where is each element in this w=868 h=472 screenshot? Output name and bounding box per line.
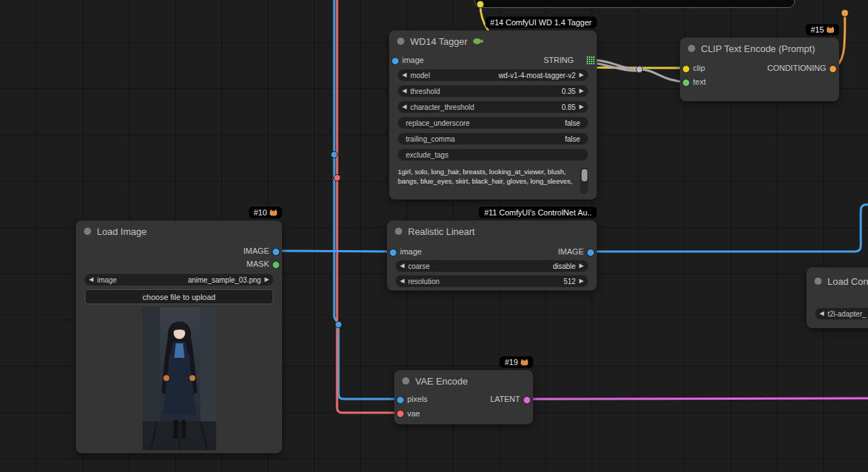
choose-file-button[interactable]: choose file to upload [85, 289, 273, 304]
widget-replace-underscore[interactable]: replace_underscore false [398, 117, 588, 129]
wire-lineart-out [596, 205, 868, 252]
arrow-left-icon[interactable]: ◀ [400, 263, 404, 269]
input-slot-image[interactable] [389, 249, 397, 257]
node-header[interactable]: VAE Encode [394, 370, 533, 392]
node-badge: #15 [806, 24, 839, 35]
collapse-dot-icon[interactable] [814, 278, 822, 285]
node-realistic-lineart[interactable]: #11 ComfyUI's ControlNet Au.. Realistic … [387, 220, 597, 291]
node-title: Load Image [97, 226, 147, 237]
node-title: VAE Encode [415, 376, 468, 387]
node-badge: #10 [249, 207, 282, 218]
widget-trailing-comma[interactable]: trailing_comma false [398, 133, 588, 145]
widget-value: 0.85 [558, 103, 579, 111]
widget-exclude-tags[interactable]: exclude_tags [398, 149, 588, 160]
node-header[interactable]: Load Cont [807, 267, 868, 292]
node-clip-text-encode[interactable]: #15 CLIP Text Encode (Prompt) clip CONDI… [680, 38, 839, 101]
output-slot-mask[interactable] [272, 261, 280, 269]
node-title: Load Cont [827, 276, 868, 287]
widget-value: wd-v1-4-moat-tagger-v2 [495, 72, 579, 80]
port-row: MASK [76, 257, 282, 270]
node-title: CLIP Text Encode (Prompt) [701, 43, 815, 54]
input-label: clip [693, 64, 705, 72]
widget-model[interactable]: ◀ model wd-v1-4-moat-tagger-v2 ▶ [398, 69, 588, 81]
cat-icon [827, 27, 834, 33]
arrow-left-icon[interactable]: ◀ [402, 72, 407, 78]
node-wd14-tagger[interactable]: #14 ComfyUI WD 1.4 Tagger WD14 Tagger im… [389, 30, 597, 199]
badge-text: #14 ComfyUI WD 1.4 Tagger [490, 18, 592, 27]
string-grid-output-icon[interactable] [587, 56, 595, 64]
widget-value: disable [549, 262, 579, 270]
tags-text: 1girl, solo, long_hair, breasts, looking… [398, 168, 572, 185]
arrow-right-icon[interactable]: ▶ [579, 104, 584, 110]
offscreen-node-bottom[interactable] [475, 0, 795, 8]
widget-value: t2i-adapter_ [827, 310, 866, 318]
scrollbar[interactable] [580, 168, 588, 194]
collapse-dot-icon[interactable] [397, 38, 404, 45]
output-label: LATENT [490, 395, 520, 403]
widget-label: exclude_tags [406, 151, 448, 159]
input-slot-pixels[interactable] [396, 396, 404, 404]
arrow-left-icon[interactable]: ◀ [402, 104, 407, 110]
arrow-left-icon[interactable]: ◀ [402, 88, 407, 94]
input-slot-clip[interactable] [682, 65, 690, 73]
widget-label: character_threshold [410, 103, 474, 111]
node-header[interactable]: Load Image [76, 220, 282, 242]
input-label: text [693, 77, 706, 86]
widget-controlnet-model[interactable]: ◀ t2i-adapter_ [815, 308, 868, 319]
arrow-right-icon[interactable]: ▶ [579, 263, 584, 269]
input-slot-image[interactable] [391, 57, 399, 65]
collapse-dot-icon[interactable] [395, 228, 402, 235]
widget-coarse[interactable]: ◀ coarse disable ▶ [396, 260, 588, 272]
arrow-left-icon[interactable]: ◀ [89, 277, 93, 283]
node-header[interactable]: WD14 Tagger [389, 30, 597, 52]
widget-threshold[interactable]: ◀ threshold 0.35 ▶ [398, 85, 588, 97]
node-vae-encode[interactable]: #19 VAE Encode pixels LATENT vae [394, 370, 533, 424]
arrow-right-icon[interactable]: ▶ [579, 278, 584, 284]
node-header[interactable]: CLIP Text Encode (Prompt) [680, 38, 839, 59]
node-load-controlnet[interactable]: Load Cont ◀ t2i-adapter_ [807, 267, 868, 328]
input-label: pixels [407, 395, 427, 403]
node-graph-canvas[interactable]: #14 ComfyUI WD 1.4 Tagger WD14 Tagger im… [0, 0, 868, 472]
output-label: MASK [247, 259, 269, 268]
arrow-right-icon[interactable]: ▶ [579, 72, 584, 78]
widget-label: replace_underscore [406, 119, 469, 127]
widget-label: image [97, 276, 116, 284]
arrow-left-icon[interactable]: ◀ [820, 311, 824, 317]
tags-output-text: 1girl, solo, long_hair, breasts, looking… [398, 168, 588, 194]
widget-label: coarse [408, 262, 430, 270]
output-slot-image[interactable] [587, 249, 595, 257]
arrow-left-icon[interactable]: ◀ [400, 278, 404, 284]
widget-image-file[interactable]: ◀ image anime_sample_03.png ▶ [85, 274, 273, 286]
scrollbar-thumb[interactable] [582, 169, 587, 181]
badge-text: #19 [505, 358, 518, 366]
arrow-right-icon[interactable]: ▶ [265, 277, 269, 283]
badge-text: #11 ComfyUI's ControlNet Au.. [484, 208, 592, 217]
widget-value: false [561, 135, 584, 143]
output-label: IMAGE [558, 247, 584, 256]
widget-character-threshold[interactable]: ◀ character_threshold 0.85 ▶ [398, 101, 588, 113]
input-slot-text[interactable] [682, 79, 690, 87]
output-slot-latent[interactable] [523, 396, 531, 404]
turtle-icon [473, 38, 481, 44]
widget-label: threshold [410, 87, 440, 95]
arrow-right-icon[interactable]: ▶ [579, 88, 584, 94]
output-slot-conditioning[interactable] [829, 65, 837, 73]
collapse-dot-icon[interactable] [402, 377, 409, 385]
node-load-image[interactable]: #10 Load Image IMAGE MASK ◀ image anime_… [76, 220, 282, 453]
node-badge: #11 ComfyUI's ControlNet Au.. [479, 207, 597, 218]
input-label: vae [407, 409, 420, 418]
output-slot-image[interactable] [272, 248, 280, 256]
input-slot-vae[interactable] [396, 410, 404, 418]
port-row: pixels LATENT [394, 392, 533, 406]
cat-icon [521, 359, 528, 366]
port-row: text [680, 75, 839, 88]
widget-label: resolution [408, 278, 439, 286]
collapse-dot-icon[interactable] [84, 228, 91, 235]
port-row: vae [394, 406, 533, 420]
node-header[interactable]: Realistic Lineart [387, 220, 597, 242]
collapse-dot-icon[interactable] [688, 45, 695, 52]
port-row: image STRING [389, 52, 597, 68]
widget-resolution[interactable]: ◀ resolution 512 ▶ [396, 275, 588, 287]
cat-icon [270, 210, 277, 216]
badge-text: #10 [254, 208, 267, 217]
